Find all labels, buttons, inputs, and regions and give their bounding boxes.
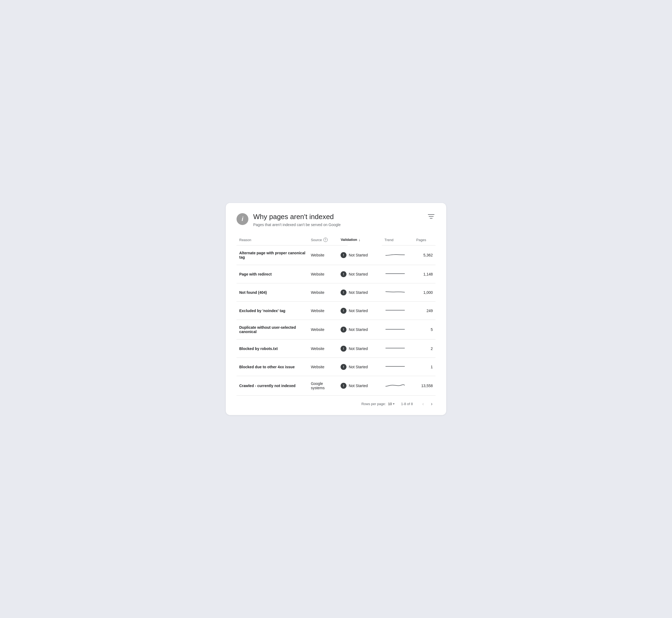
col-header-source: Source ?	[308, 235, 338, 245]
dropdown-chevron-icon: ▾	[393, 402, 395, 406]
not-started-label: Not Started	[349, 290, 368, 295]
cell-pages: 1,148	[414, 265, 435, 283]
svg-text:!: !	[343, 384, 344, 387]
cell-source: Website	[308, 283, 338, 302]
svg-text:!: !	[343, 328, 344, 331]
svg-text:!: !	[343, 253, 344, 257]
cell-reason: Excluded by 'noindex' tag	[237, 302, 308, 320]
col-header-validation[interactable]: Validation ↓	[338, 235, 348, 245]
not-started-label: Not Started	[349, 253, 368, 257]
cell-validation: !Not Started	[338, 339, 382, 358]
source-label: Source	[311, 238, 322, 242]
table-header-row: Reason Source ? Validation ↓ Trend Pages	[237, 235, 435, 245]
not-started-icon: !	[341, 252, 346, 258]
card-subtitle: Pages that aren't indexed can't be serve…	[253, 223, 341, 227]
data-table: Reason Source ? Validation ↓ Trend Pages	[237, 235, 435, 396]
not-started-label: Not Started	[349, 327, 368, 332]
cell-reason: Crawled - currently not indexed	[237, 376, 308, 396]
table-row: Excluded by 'noindex' tagWebsite!Not Sta…	[237, 302, 435, 320]
not-started-label: Not Started	[349, 346, 368, 351]
cell-source: Website	[308, 245, 338, 265]
table-row: Not found (404)Website!Not Started1,000	[237, 283, 435, 302]
cell-reason: Blocked by robots.txt	[237, 339, 308, 358]
cell-validation: !Not Started	[338, 302, 382, 320]
header-left: i Why pages aren't indexed Pages that ar…	[237, 213, 341, 227]
cell-reason: Duplicate without user-selected canonica…	[237, 320, 308, 339]
validation-label: Validation	[341, 238, 357, 242]
table-body: Alternate page with proper canonical tag…	[237, 245, 435, 396]
card-header: i Why pages aren't indexed Pages that ar…	[237, 213, 435, 227]
cell-source: Website	[308, 339, 338, 358]
cell-pages: 2	[414, 339, 435, 358]
pagination-controls: ‹ ›	[419, 400, 435, 408]
sort-icon: ↓	[359, 238, 360, 242]
cell-trend	[382, 376, 414, 396]
not-started-icon: !	[341, 308, 346, 314]
cell-trend	[382, 245, 414, 265]
rows-per-page-select[interactable]: 10 ▾	[388, 402, 394, 406]
cell-source: Google systems	[308, 376, 338, 396]
cell-reason: Alternate page with proper canonical tag	[237, 245, 308, 265]
svg-text:!: !	[343, 291, 344, 294]
cell-trend	[382, 302, 414, 320]
cell-reason: Not found (404)	[237, 283, 308, 302]
cell-validation: !Not Started	[338, 265, 382, 283]
col-header-trend: Trend	[382, 235, 414, 245]
cell-source: Website	[308, 265, 338, 283]
cell-validation: !Not Started	[338, 245, 382, 265]
not-started-label: Not Started	[349, 384, 368, 388]
card-title: Why pages aren't indexed	[253, 213, 341, 221]
not-started-icon: !	[341, 383, 346, 389]
main-card: i Why pages aren't indexed Pages that ar…	[226, 203, 446, 415]
col-header-reason: Reason	[237, 235, 308, 245]
cell-trend	[382, 283, 414, 302]
cell-validation: !Not Started	[338, 320, 382, 339]
rows-per-page-control: Rows per page: 10 ▾	[361, 402, 395, 406]
not-started-icon: !	[341, 364, 346, 370]
table-footer: Rows per page: 10 ▾ 1-8 of 8 ‹ ›	[237, 396, 435, 408]
table-row: Blocked by robots.txtWebsite!Not Started…	[237, 339, 435, 358]
not-started-label: Not Started	[349, 365, 368, 369]
cell-validation: !Not Started	[338, 376, 382, 396]
cell-trend	[382, 320, 414, 339]
cell-reason: Blocked due to other 4xx issue	[237, 358, 308, 376]
table-row: Page with redirectWebsite!Not Started1,1…	[237, 265, 435, 283]
filter-icon[interactable]	[427, 213, 435, 222]
prev-page-button[interactable]: ‹	[419, 400, 427, 408]
cell-source: Website	[308, 320, 338, 339]
info-icon: i	[237, 213, 248, 225]
cell-trend	[382, 339, 414, 358]
cell-reason: Page with redirect	[237, 265, 308, 283]
rows-per-page-value: 10	[388, 402, 391, 406]
cell-pages: 1,000	[414, 283, 435, 302]
cell-validation: !Not Started	[338, 358, 382, 376]
table-row: Duplicate without user-selected canonica…	[237, 320, 435, 339]
cell-pages: 5,362	[414, 245, 435, 265]
next-page-button[interactable]: ›	[428, 400, 435, 408]
table-row: Alternate page with proper canonical tag…	[237, 245, 435, 265]
cell-pages: 1	[414, 358, 435, 376]
cell-validation: !Not Started	[338, 283, 382, 302]
table-row: Crawled - currently not indexedGoogle sy…	[237, 376, 435, 396]
source-help-icon[interactable]: ?	[323, 238, 328, 242]
not-started-label: Not Started	[349, 309, 368, 313]
cell-source: Website	[308, 358, 338, 376]
svg-text:!: !	[343, 347, 344, 350]
header-text: Why pages aren't indexed Pages that aren…	[253, 213, 341, 227]
not-started-icon: !	[341, 290, 346, 295]
rows-per-page-label: Rows per page:	[361, 402, 386, 406]
cell-pages: 249	[414, 302, 435, 320]
col-header-pages: Pages	[414, 235, 435, 245]
cell-source: Website	[308, 302, 338, 320]
not-started-icon: !	[341, 271, 346, 277]
cell-trend	[382, 358, 414, 376]
svg-text:!: !	[343, 365, 344, 369]
not-started-icon: !	[341, 346, 346, 351]
not-started-label: Not Started	[349, 272, 368, 276]
svg-text:!: !	[343, 273, 344, 276]
cell-pages: 13,558	[414, 376, 435, 396]
not-started-icon: !	[341, 327, 346, 332]
cell-pages: 5	[414, 320, 435, 339]
cell-trend	[382, 265, 414, 283]
table-row: Blocked due to other 4xx issueWebsite!No…	[237, 358, 435, 376]
